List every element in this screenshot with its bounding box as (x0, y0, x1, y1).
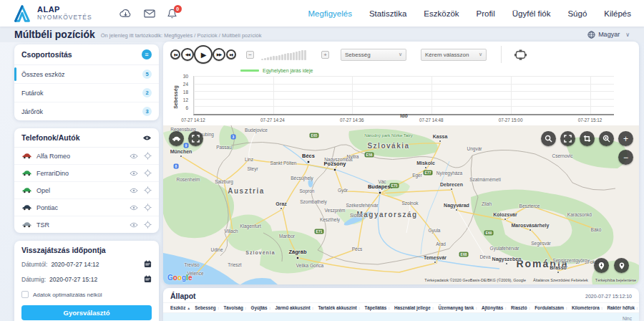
column-header[interactable]: Riasztó↕ (511, 305, 530, 310)
notifications-bell-icon[interactable]: 0 (167, 9, 177, 19)
column-header[interactable]: Gyújtás↕ (251, 305, 271, 310)
cloud-download-icon[interactable] (119, 9, 132, 18)
column-header[interactable]: Üzemanyag tank↕ (438, 305, 477, 310)
terms-link[interactable]: Általános Szerződési Feltételek (533, 278, 588, 282)
column-header[interactable]: Tápellátás↕ (364, 305, 390, 310)
speed-increase-button[interactable]: + (321, 51, 329, 59)
zoom-out-button[interactable]: − (618, 150, 633, 165)
speed-dropdown[interactable]: Sebesség ∨ (341, 49, 406, 61)
status-panel: Állapot 2020-07-27 15:12:10 Eszköz▲Sebes… (163, 288, 639, 321)
visibility-eye-icon[interactable] (130, 153, 138, 159)
calendar-icon[interactable] (144, 275, 152, 283)
toggle-all-visibility-eye-icon[interactable] (142, 135, 152, 141)
car-icon (21, 170, 32, 176)
date-from-value[interactable]: 2020-07-27 14:12 (51, 261, 99, 268)
column-header[interactable]: Jármű akkuszint↕ (275, 305, 313, 310)
play-button[interactable]: ▶ (194, 45, 213, 64)
device-item[interactable]: Opel (14, 182, 159, 199)
optimization-checkbox-label: Adatok optimalizálás nélkül (33, 292, 102, 298)
locate-crosshair-icon[interactable] (144, 152, 152, 160)
visibility-eye-icon[interactable] (130, 222, 138, 228)
quick-select-button[interactable]: Gyorsválasztó (21, 305, 152, 320)
device-item[interactable]: FerrariDino (14, 165, 159, 182)
device-item[interactable]: TSR (14, 216, 159, 233)
grouping-icon[interactable]: ≡ (142, 49, 152, 59)
language-selector[interactable]: Magyar ∨ (587, 31, 630, 39)
calendar-icon[interactable] (144, 260, 152, 268)
visibility-eye-icon[interactable] (130, 188, 138, 193)
speed-decrease-button[interactable]: − (246, 51, 254, 59)
area-select-button[interactable] (512, 47, 529, 62)
chart-legend: Egyhelyben járás ideje (240, 68, 313, 73)
logo-subtitle: NYOMKÖVETÉS (37, 14, 92, 21)
nav-item[interactable]: Ügyfél fiók (512, 9, 551, 18)
group-item[interactable]: Futárok2 (14, 84, 159, 102)
fullscreen-button[interactable] (188, 131, 203, 146)
speed-slider[interactable] (261, 49, 314, 60)
nav-item[interactable]: Kilépés (604, 9, 631, 18)
optimization-checkbox-row[interactable]: Adatok optimalizálás nélkül (14, 287, 159, 302)
divider (501, 46, 502, 63)
location-pin-button[interactable] (614, 258, 629, 273)
locate-crosshair-icon[interactable] (144, 221, 152, 229)
visibility-eye-icon[interactable] (130, 171, 138, 176)
playback-time-card: Visszajátszás időpontja Dátumtól: 2020-0… (14, 241, 159, 321)
expand-view-button[interactable] (560, 131, 575, 146)
group-item[interactable]: Összes eszköz5 (14, 65, 159, 84)
fit-markers-button[interactable] (594, 258, 609, 273)
page-title: Múltbéli pozíciók (14, 29, 95, 40)
group-list: Összes eszköz5Futárok2Járőrök3 (14, 65, 159, 120)
locate-crosshair-icon[interactable] (144, 169, 152, 177)
device-list: Alfa RomeoFerrariDinoOpelPontiacTSR (14, 148, 159, 233)
rewind-button[interactable]: ◀◀ (181, 48, 194, 61)
column-header[interactable]: Raktér hőfok↕ (608, 305, 638, 310)
column-header[interactable]: Fordulatszám↕ (535, 305, 567, 310)
skip-to-start-button[interactable]: ▮◀ (170, 49, 180, 59)
date-to-value[interactable]: 2020-07-27 15:12 (49, 276, 97, 283)
status-title: Állapot (170, 292, 196, 300)
map[interactable]: SzlovákiaAusztriaMagyarországSzlovéniaRo… (163, 125, 639, 284)
locate-crosshair-icon[interactable] (144, 203, 152, 211)
column-header[interactable]: Távolság↕ (223, 305, 246, 310)
legend-color-swatch (240, 70, 259, 72)
column-header[interactable]: Kilométeróra↕ (572, 305, 603, 310)
column-header[interactable]: Eszköz▲ (170, 305, 190, 310)
visibility-eye-icon[interactable] (130, 205, 138, 211)
app-logo[interactable]: ALAP NYOMKÖVETÉS (13, 5, 92, 22)
report-map-error-link[interactable]: Térképhiba bejelentése (595, 278, 636, 282)
legend-label: Egyhelyben járás ideje (263, 68, 313, 73)
column-header[interactable]: Ajtónyitás↕ (482, 305, 507, 310)
nav-item[interactable]: Súgó (567, 9, 587, 18)
column-header[interactable]: Sebesség↕ (195, 305, 219, 310)
draw-region-button[interactable] (580, 131, 595, 146)
chart-plot-area: Idő (193, 76, 614, 115)
devices-card: Telefonok/Autók Alfa RomeoFerrariDinoOpe… (14, 128, 159, 233)
skip-to-end-button[interactable]: ▶▮ (226, 49, 236, 59)
zoom-area-button[interactable] (599, 131, 614, 146)
device-item[interactable]: Pontiac (14, 199, 159, 216)
locate-crosshair-icon[interactable] (144, 186, 152, 194)
date-from-label: Dátumtól: (21, 261, 47, 268)
group-item[interactable]: Járőrök3 (14, 102, 159, 120)
vehicle-follow-button[interactable] (169, 131, 184, 146)
nav-item[interactable]: Statisztika (369, 9, 406, 18)
nav-item[interactable]: Megfigyelés (308, 9, 352, 18)
optimization-checkbox[interactable] (21, 291, 29, 298)
device-select-dropdown[interactable]: Kérem válasszon ∨ (421, 49, 487, 61)
map-city-dot (333, 168, 337, 172)
playback-time-title: Visszajátszás időpontja (21, 246, 106, 254)
zoom-in-button[interactable]: + (618, 131, 633, 146)
map-attribution: Térképadatok ©2020 GeoBasis-DE/BKG (©200… (424, 278, 636, 282)
map-city-dot (434, 261, 436, 264)
map-city-dot (557, 271, 560, 274)
nav-item[interactable]: Eszközök (424, 9, 459, 18)
fast-forward-button[interactable]: ▶▶ (213, 48, 225, 61)
search-map-button[interactable] (541, 131, 556, 146)
map-city-dot (455, 209, 458, 211)
column-header[interactable]: Tartalék akkuszint↕ (318, 305, 360, 310)
column-header[interactable]: Használat jellege↕ (394, 305, 434, 310)
nav-item[interactable]: Profil (477, 9, 495, 18)
sub-header: Múltbéli pozíciók Ön jelenleg itt tartóz… (0, 27, 644, 42)
messages-icon[interactable] (144, 9, 155, 18)
device-item[interactable]: Alfa Romeo (14, 148, 159, 165)
